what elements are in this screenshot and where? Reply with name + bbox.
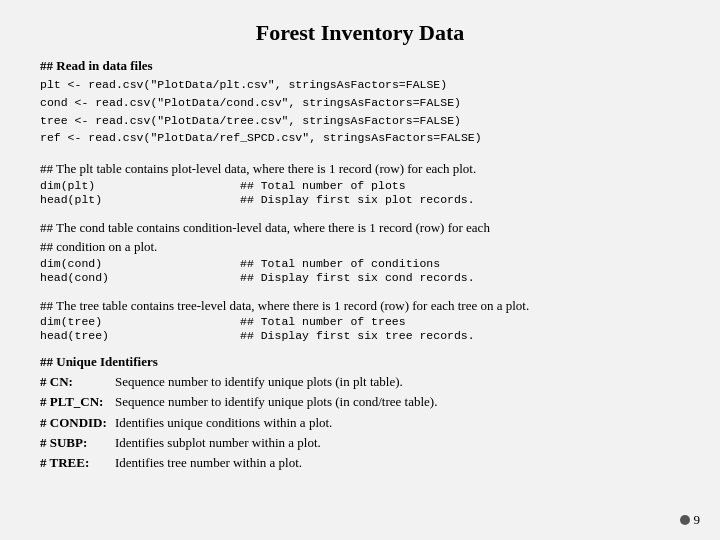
read-label: ## Read in data files bbox=[40, 58, 680, 74]
tree-section: ## The tree table contains tree-level da… bbox=[40, 296, 680, 343]
tree-dim-cmd: dim(tree) bbox=[40, 315, 240, 328]
page: Forest Inventory Data ## Read in data fi… bbox=[0, 0, 720, 540]
id-condid: # CONDID: Identifies unique conditions w… bbox=[40, 413, 680, 433]
identifiers-header: ## Unique Identifiers bbox=[40, 354, 680, 370]
page-number-text: 9 bbox=[694, 512, 701, 528]
plt-prose: ## The plt table contains plot-level dat… bbox=[40, 159, 680, 179]
id-plt-cn-key: # PLT_CN: bbox=[40, 392, 115, 412]
cond-head-cmd: head(cond) bbox=[40, 271, 240, 284]
id-tree-key: # TREE: bbox=[40, 453, 115, 473]
cond-row-2: head(cond) ## Display first six cond rec… bbox=[40, 271, 680, 284]
id-plt-cn: # PLT_CN: Sequence number to identify un… bbox=[40, 392, 680, 412]
read-code: plt <- read.csv("PlotData/plt.csv", stri… bbox=[40, 76, 680, 147]
plt-row-1: dim(plt) ## Total number of plots bbox=[40, 179, 680, 192]
tree-dim-comment: ## Total number of trees bbox=[240, 315, 406, 328]
id-subp-val: Identifies subplot number within a plot. bbox=[115, 433, 321, 453]
id-plt-cn-val: Sequence number to identify unique plots… bbox=[115, 392, 437, 412]
cond-prose-1: ## The cond table contains condition-lev… bbox=[40, 218, 680, 238]
plt-dim-cmd: dim(plt) bbox=[40, 179, 240, 192]
page-dot-icon bbox=[680, 515, 690, 525]
cond-head-comment: ## Display first six cond records. bbox=[240, 271, 475, 284]
cond-row-1: dim(cond) ## Total number of conditions bbox=[40, 257, 680, 270]
id-condid-val: Identifies unique conditions within a pl… bbox=[115, 413, 332, 433]
code-line-4: ref <- read.csv("PlotData/ref_SPCD.csv",… bbox=[40, 129, 680, 147]
page-title: Forest Inventory Data bbox=[40, 20, 680, 46]
code-line-2: cond <- read.csv("PlotData/cond.csv", st… bbox=[40, 94, 680, 112]
tree-row-2: head(tree) ## Display first six tree rec… bbox=[40, 329, 680, 342]
code-line-1: plt <- read.csv("PlotData/plt.csv", stri… bbox=[40, 76, 680, 94]
id-cn-key: # CN: bbox=[40, 372, 115, 392]
plt-section: ## The plt table contains plot-level dat… bbox=[40, 159, 680, 206]
identifiers-section: ## Unique Identifiers # CN: Sequence num… bbox=[40, 354, 680, 473]
id-cn: # CN: Sequence number to identify unique… bbox=[40, 372, 680, 392]
read-section: ## Read in data files plt <- read.csv("P… bbox=[40, 58, 680, 147]
page-number-area: 9 bbox=[680, 512, 701, 528]
cond-prose-2: ## condition on a plot. bbox=[40, 237, 680, 257]
id-subp: # SUBP: Identifies subplot number within… bbox=[40, 433, 680, 453]
id-tree-val: Identifies tree number within a plot. bbox=[115, 453, 302, 473]
plt-row-2: head(plt) ## Display first six plot reco… bbox=[40, 193, 680, 206]
plt-head-comment: ## Display first six plot records. bbox=[240, 193, 475, 206]
id-subp-key: # SUBP: bbox=[40, 433, 115, 453]
plt-head-cmd: head(plt) bbox=[40, 193, 240, 206]
tree-prose: ## The tree table contains tree-level da… bbox=[40, 296, 680, 316]
tree-head-comment: ## Display first six tree records. bbox=[240, 329, 475, 342]
id-tree: # TREE: Identifies tree number within a … bbox=[40, 453, 680, 473]
cond-section: ## The cond table contains condition-lev… bbox=[40, 218, 680, 284]
tree-row-1: dim(tree) ## Total number of trees bbox=[40, 315, 680, 328]
id-condid-key: # CONDID: bbox=[40, 413, 115, 433]
cond-dim-comment: ## Total number of conditions bbox=[240, 257, 440, 270]
cond-dim-cmd: dim(cond) bbox=[40, 257, 240, 270]
tree-head-cmd: head(tree) bbox=[40, 329, 240, 342]
id-cn-val: Sequence number to identify unique plots… bbox=[115, 372, 403, 392]
code-line-3: tree <- read.csv("PlotData/tree.csv", st… bbox=[40, 112, 680, 130]
plt-dim-comment: ## Total number of plots bbox=[240, 179, 406, 192]
